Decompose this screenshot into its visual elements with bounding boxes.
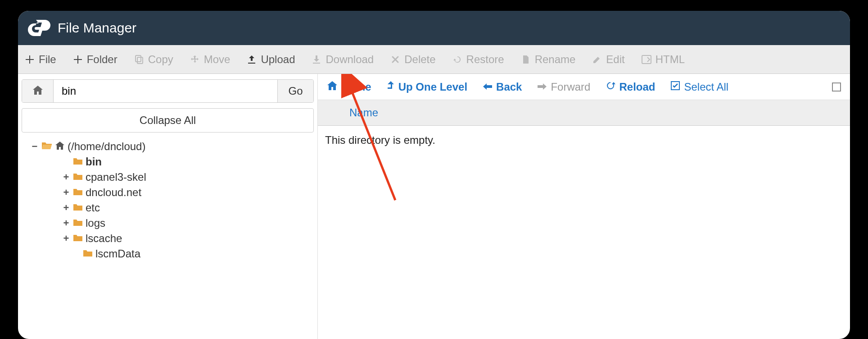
folder-icon — [73, 186, 83, 199]
delete-label: Delete — [404, 53, 435, 66]
file-button[interactable]: File — [24, 53, 56, 66]
restore-label: Restore — [466, 53, 504, 66]
tree-item-label: lscache — [86, 232, 122, 245]
tree-item-label: etc — [86, 202, 100, 214]
move-label: Move — [204, 53, 231, 66]
copy-button[interactable]: Copy — [134, 53, 173, 66]
nav-home[interactable]: Home — [327, 81, 371, 93]
app-header: File Manager — [18, 11, 850, 45]
nav-checkbox[interactable] — [832, 82, 841, 92]
edit-button[interactable]: Edit — [592, 53, 624, 66]
delete-icon — [390, 54, 401, 65]
expand-toggle-icon[interactable]: + — [62, 233, 70, 244]
main-panel: Home Up One Level Back Forward Reload — [318, 74, 850, 339]
expand-toggle-icon[interactable]: + — [62, 171, 70, 183]
copy-icon — [134, 54, 145, 65]
tree-item-etc[interactable]: + etc — [22, 200, 314, 215]
app-title: File Manager — [58, 20, 136, 36]
up-arrow-icon — [387, 81, 395, 93]
tree-item-lscmdata[interactable]: lscmData — [22, 246, 314, 261]
cpanel-logo-icon — [27, 18, 51, 38]
html-editor-button[interactable]: HTML — [641, 53, 685, 66]
download-button[interactable]: Download — [311, 53, 374, 66]
html-editor-icon — [641, 54, 652, 65]
nav-forward[interactable]: Forward — [537, 81, 590, 93]
path-row: Go — [22, 79, 314, 103]
edit-icon — [592, 54, 602, 65]
move-icon — [190, 54, 200, 65]
home-icon — [327, 81, 338, 93]
expand-toggle-icon[interactable]: + — [62, 187, 70, 198]
expand-toggle-icon[interactable]: + — [62, 202, 70, 214]
collapse-all-button[interactable]: Collapse All — [22, 108, 314, 133]
download-label: Download — [326, 53, 374, 66]
svg-rect-1 — [137, 57, 143, 64]
expand-toggle-icon[interactable]: + — [62, 217, 70, 229]
tree-item-label: dncloud.net — [86, 186, 141, 199]
tree-item-dncloud-net[interactable]: + dncloud.net — [22, 185, 314, 200]
folder-icon — [73, 171, 83, 183]
edit-label: Edit — [606, 53, 624, 66]
nav-back[interactable]: Back — [483, 81, 522, 93]
nav-select-all[interactable]: Select All — [670, 81, 728, 93]
col-name: Name — [349, 106, 378, 119]
home-icon — [32, 85, 44, 97]
go-button[interactable]: Go — [277, 80, 313, 102]
tree-item-bin[interactable]: bin — [22, 154, 314, 170]
html-editor-label: HTML — [656, 53, 685, 66]
restore-icon — [452, 54, 463, 65]
reload-icon — [606, 81, 615, 93]
upload-icon — [246, 54, 257, 65]
tree-root-label: (/home/dncloud) — [68, 140, 145, 153]
folder-button[interactable]: Folder — [72, 53, 118, 66]
folder-label: Folder — [87, 53, 118, 66]
collapse-toggle-icon[interactable]: − — [31, 141, 39, 152]
tree-item-label: logs — [86, 217, 105, 229]
table-header[interactable]: Name — [318, 100, 850, 126]
home-button[interactable] — [22, 80, 54, 102]
plus-icon — [24, 54, 35, 65]
folder-tree: − (/home/dncloud) bin + cpanel3-skel + — [22, 139, 314, 261]
tree-root[interactable]: − (/home/dncloud) — [22, 139, 314, 154]
tree-item-lscache[interactable]: + lscache — [22, 231, 314, 246]
folder-icon — [73, 202, 83, 214]
nav-up-one-level[interactable]: Up One Level — [387, 81, 467, 93]
folder-open-icon — [41, 140, 52, 153]
rename-button[interactable]: Rename — [520, 53, 576, 66]
copy-label: Copy — [148, 53, 173, 66]
nav-reload[interactable]: Reload — [606, 81, 655, 93]
select-all-icon — [670, 81, 680, 93]
restore-button[interactable]: Restore — [452, 53, 504, 66]
rename-label: Rename — [535, 53, 576, 66]
delete-button[interactable]: Delete — [390, 53, 435, 66]
plus-icon — [72, 54, 83, 65]
folder-icon — [73, 217, 83, 229]
checkbox-icon[interactable] — [832, 82, 841, 92]
forward-arrow-icon — [537, 81, 547, 93]
rename-icon — [520, 54, 531, 65]
toolbar: File Folder Copy Move Upload Download De… — [18, 45, 850, 74]
home-icon — [55, 140, 65, 153]
back-arrow-icon — [483, 81, 493, 93]
tree-item-label: cpanel3-skel — [86, 171, 146, 183]
sidebar: Go Collapse All − (/home/dncloud) bin + — [18, 74, 318, 339]
tree-item-label: bin — [86, 156, 102, 168]
svg-rect-0 — [136, 55, 141, 62]
folder-icon — [83, 247, 93, 260]
nav-row: Home Up One Level Back Forward Reload — [318, 74, 850, 100]
download-icon — [311, 54, 322, 65]
move-button[interactable]: Move — [190, 53, 231, 66]
empty-directory-message: This directory is empty. — [318, 126, 850, 155]
path-input[interactable] — [54, 80, 277, 102]
tree-item-cpanel3-skel[interactable]: + cpanel3-skel — [22, 170, 314, 185]
tree-item-logs[interactable]: + logs — [22, 215, 314, 231]
folder-icon — [73, 156, 83, 168]
upload-label: Upload — [261, 53, 295, 66]
upload-button[interactable]: Upload — [246, 53, 295, 66]
file-label: File — [39, 53, 56, 66]
tree-item-label: lscmData — [95, 247, 140, 260]
folder-icon — [73, 232, 83, 245]
